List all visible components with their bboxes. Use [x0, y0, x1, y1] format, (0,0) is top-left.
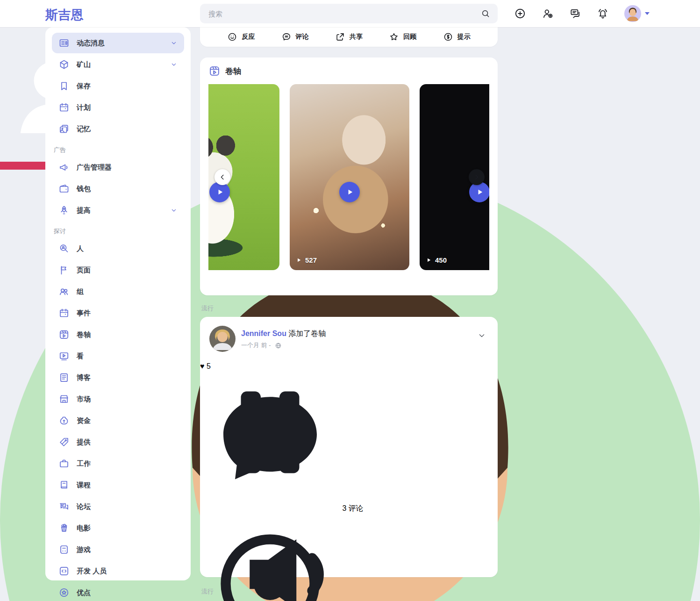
- sidebar-item-label: 人: [77, 244, 84, 253]
- rocket-icon: [58, 205, 70, 216]
- sidebar-item-label: 动态消息: [77, 39, 105, 48]
- sidebar-item[interactable]: 矿山: [52, 54, 184, 75]
- sidebar-item[interactable]: 市场: [52, 389, 184, 409]
- post-time: 一个月 前 -: [241, 341, 271, 350]
- badge-star-icon: [58, 587, 70, 598]
- page: 斯吉恩 动态消息 动态消息: [0, 0, 700, 601]
- sidebar-item[interactable]: 钱包: [52, 179, 184, 199]
- post-header: Jennifer Sou 添加了卷轴 一个月 前 -: [200, 317, 498, 362]
- sidebar-item[interactable]: 优点: [52, 582, 184, 601]
- play-solid-icon: [476, 188, 484, 196]
- video-player[interactable]: -00:02: [200, 362, 498, 529]
- post-action-button[interactable]: 回顾: [389, 32, 416, 42]
- sidebar-item-label: 组: [77, 287, 84, 296]
- play-solid-icon: [296, 257, 302, 263]
- share-icon: [335, 32, 345, 42]
- sidebar-item[interactable]: 工作: [52, 453, 184, 474]
- sidebar-item[interactable]: 保存: [52, 76, 184, 96]
- notifications-icon[interactable]: [597, 7, 609, 20]
- play-button[interactable]: [339, 182, 360, 202]
- create-post-icon[interactable]: [514, 7, 526, 20]
- games-icon: [58, 544, 70, 555]
- app-logo[interactable]: 斯吉恩: [45, 7, 84, 23]
- offer-icon: [58, 436, 70, 448]
- sidebar-item[interactable]: 资金: [52, 410, 184, 431]
- reel-thumbnail[interactable]: 527: [290, 84, 409, 270]
- chevron-down-icon: [170, 61, 178, 68]
- search-icon[interactable]: [481, 9, 490, 18]
- navbar-actions: [514, 0, 650, 27]
- carousel-next-button[interactable]: [469, 169, 485, 185]
- reels-section: 卷轴 52: [200, 57, 498, 295]
- sidebar-item[interactable]: 计划: [52, 97, 184, 118]
- friend-requests-icon[interactable]: [542, 7, 554, 20]
- sidebar-item-label: 矿山: [77, 60, 91, 69]
- sidebar-item-label: 市场: [77, 395, 91, 404]
- sidebar-item[interactable]: 动态消息: [52, 33, 184, 53]
- sidebar-item-label: 保存: [77, 82, 91, 91]
- post-title: Jennifer Sou 添加了卷轴: [241, 329, 326, 339]
- post-action-button[interactable]: 反应: [227, 32, 255, 42]
- post-action-button[interactable]: 提示: [443, 32, 471, 42]
- sidebar-item[interactable]: 看: [52, 346, 184, 366]
- pause-icon[interactable]: [200, 362, 340, 502]
- sidebar-item-label: 记忆: [77, 125, 91, 134]
- sidebar-item-label: 课程: [77, 481, 91, 490]
- volume-icon[interactable]: [223, 504, 364, 601]
- sidebar-item-label: 游戏: [77, 545, 91, 554]
- post-action-button[interactable]: 共享: [335, 32, 363, 42]
- play-button[interactable]: [209, 182, 230, 202]
- blog-icon: [58, 372, 70, 383]
- sidebar-item[interactable]: 人: [52, 238, 184, 259]
- sidebar-item[interactable]: 论坛: [52, 496, 184, 517]
- sidebar-item-label: 论坛: [77, 502, 91, 511]
- post-author-link[interactable]: Jennifer Sou: [241, 329, 286, 337]
- play-button[interactable]: [469, 182, 489, 202]
- messages-icon[interactable]: [569, 7, 581, 20]
- post-action-button[interactable]: 评论: [281, 32, 309, 42]
- photos-icon: [58, 123, 70, 135]
- feed-post: Jennifer Sou 添加了卷轴 一个月 前 - -00:02: [200, 317, 498, 577]
- feed-section-label: 流行: [201, 587, 214, 596]
- profile-menu[interactable]: [624, 5, 650, 22]
- movies-icon: [58, 522, 70, 534]
- sidebar-item[interactable]: 页面: [52, 260, 184, 280]
- chevron-right-icon: [472, 173, 481, 181]
- forum-icon: [58, 501, 70, 512]
- sidebar-item[interactable]: 游戏: [52, 539, 184, 560]
- sidebar-item[interactable]: 广告管理器: [52, 157, 184, 178]
- play-solid-icon: [346, 188, 354, 196]
- avatar[interactable]: [209, 326, 236, 352]
- video-controls: -00:02: [200, 362, 498, 601]
- search-input[interactable]: [207, 9, 481, 18]
- post-action-text: 添加了卷轴: [288, 329, 326, 337]
- post-menu-chevron-icon[interactable]: [477, 331, 486, 340]
- sidebar-item[interactable]: 开发 人员: [52, 561, 184, 581]
- chevron-down-icon: [170, 39, 178, 47]
- sidebar-item-label: 页面: [77, 266, 91, 275]
- chevron-left-icon: [218, 173, 227, 181]
- sidebar-item[interactable]: 组: [52, 281, 184, 302]
- store-icon: [58, 394, 70, 405]
- sidebar-item[interactable]: 电影: [52, 518, 184, 538]
- sidebar-item[interactable]: 提供: [52, 432, 184, 452]
- reel-view-count: 450: [426, 256, 447, 264]
- sidebar-item-label: 资金: [77, 416, 91, 425]
- newspaper-icon: [58, 37, 70, 49]
- sidebar-item[interactable]: 博客: [52, 367, 184, 388]
- chevron-down-icon: [170, 207, 178, 214]
- sidebar-item[interactable]: 事件: [52, 303, 184, 323]
- sidebar-item[interactable]: 提高: [52, 200, 184, 221]
- sidebar-item[interactable]: 记忆: [52, 119, 184, 139]
- reels-icon: [208, 65, 221, 77]
- sidebar-item[interactable]: 卷轴: [52, 324, 184, 345]
- megaphone-icon: [58, 162, 70, 173]
- bookmark-icon: [58, 80, 70, 92]
- sidebar-item[interactable]: 课程: [52, 475, 184, 495]
- star-icon: [389, 32, 399, 42]
- reels-carousel: 527 ME DI… 450: [208, 84, 489, 270]
- code-icon: [58, 565, 70, 577]
- carousel-prev-button[interactable]: [214, 169, 230, 185]
- sidebar-item-label: 看: [77, 352, 84, 361]
- sidebar-item-label: 计划: [77, 103, 91, 112]
